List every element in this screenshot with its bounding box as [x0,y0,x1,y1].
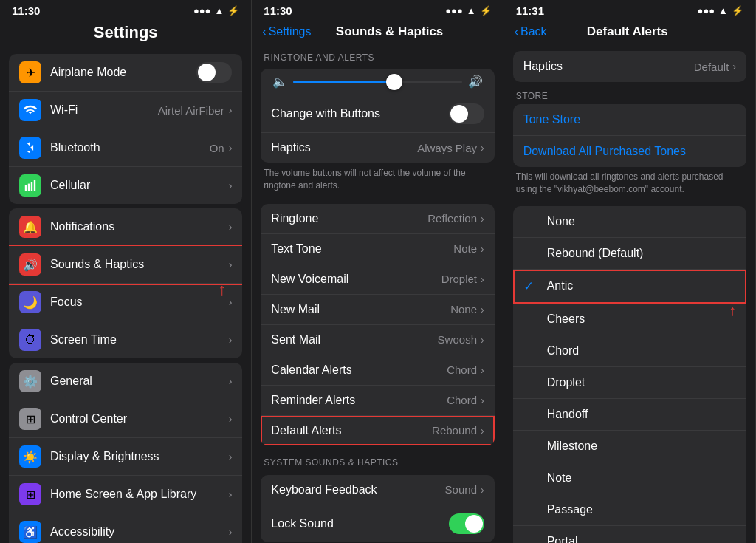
haptics-row-sounds[interactable]: Haptics Always Play › [261,132,494,163]
sounds-chevron: › [229,259,233,270]
status-bar-3: 11:31 ●●● ▲ ⚡ [504,0,755,20]
tone-antic[interactable]: ✓ Antic ↑ [513,270,746,304]
battery-icon-3: ⚡ [732,5,743,16]
display-item[interactable]: ☀️ Display & Brightness › [9,438,242,476]
volume-low-icon: 🔈 [272,75,287,89]
tone-rebound[interactable]: Rebound (Default) [513,238,746,270]
screentime-item[interactable]: ⏱ Screen Time › [9,321,242,358]
change-with-buttons-toggle[interactable] [449,103,484,124]
airplane-toggle[interactable] [196,62,232,83]
wifi-value: Airtel AirFiber [158,104,224,117]
default-alerts-panel: 11:31 ●●● ▲ ⚡ ‹ Back Default Alerts Hapt… [504,0,756,543]
notifications-group: 🔔 Notifications › 🔊 Sounds & Haptics › ↑… [9,208,242,358]
accessibility-chevron: › [229,526,233,538]
status-bar-2: 11:30 ●●● ▲ ⚡ [252,0,503,20]
svg-rect-2 [31,182,32,191]
back-label: Settings [269,25,312,38]
change-with-buttons-row[interactable]: Change with Buttons [261,95,494,132]
controlcenter-item[interactable]: ⊞ Control Center › [9,400,242,438]
store-hint: This will download all ringtones and ale… [504,167,755,202]
general-icon: ⚙️ [19,370,41,392]
alerts-back-button[interactable]: ‹ Back [515,25,547,38]
tone-note[interactable]: Note [513,462,746,494]
tone-cheers[interactable]: Cheers [513,304,746,335]
status-icons-3: ●●● ▲ ⚡ [698,5,743,16]
milestone-label: Milestone [547,440,736,453]
newmail-chevron: › [481,304,484,315]
tone-store-label: Tone Store [523,113,580,126]
general-item[interactable]: ⚙️ General › [9,363,242,400]
locksound-row[interactable]: Lock Sound [261,505,494,542]
droplet-label: Droplet [547,376,736,389]
wifi-item[interactable]: Wi-Fi Airtel AirFiber › [9,92,242,129]
screentime-label: Screen Time [50,333,229,346]
newvoicemail-value: Droplet [441,273,477,285]
keyboardfeedback-row[interactable]: Keyboard Feedback Sound › [261,475,494,505]
general-chevron: › [229,375,233,387]
wifi-icon-2: ▲ [467,5,476,16]
network-group: ✈ Airplane Mode Wi-Fi Airtel AirFiber › … [9,54,242,204]
wifi-chevron: › [229,104,233,116]
download-purchased-item[interactable]: Download All Purchased Tones [513,136,746,167]
homescreen-item[interactable]: ⊞ Home Screen & App Library › [9,476,242,513]
airplane-mode-item[interactable]: ✈ Airplane Mode [9,54,242,92]
settings-list: ✈ Airplane Mode Wi-Fi Airtel AirFiber › … [0,49,251,543]
ringtone-label: Ringtone [271,212,427,225]
general-label: General [50,375,229,388]
svg-rect-0 [25,185,27,191]
tone-passage[interactable]: Passage [513,494,746,526]
volume-section: 🔈 🔊 Change with Buttons Haptics Always P… [261,69,494,163]
defaultalerts-value: Rebound [432,424,477,437]
volume-slider[interactable] [293,81,461,83]
tone-none[interactable]: None [513,206,746,238]
calendaralerts-row[interactable]: Calendar Alerts Chord › [261,355,494,386]
sentmail-row[interactable]: Sent Mail Swoosh › [261,325,494,355]
bluetooth-label: Bluetooth [50,141,210,154]
texttone-row[interactable]: Text Tone Note › [261,234,494,264]
haptics-row-alerts[interactable]: Haptics Default › [513,51,746,82]
tone-droplet[interactable]: Droplet [513,367,746,399]
ringtone-row[interactable]: Ringtone Reflection › [261,204,494,234]
svg-rect-3 [34,180,35,191]
controlcenter-icon: ⊞ [19,408,41,430]
time-1: 11:30 [12,4,40,17]
wifi-icon-1: ▲ [214,5,224,16]
general-group: ⚙️ General › ⊞ Control Center › ☀️ Displ… [9,363,242,543]
focus-item[interactable]: 🌙 Focus › [9,284,242,321]
focus-label: Focus [50,296,229,309]
bluetooth-item[interactable]: Bluetooth On › [9,129,242,167]
accessibility-item[interactable]: ♿ Accessibility › [9,513,242,543]
locksound-knob [465,515,483,533]
newvoicemail-row[interactable]: New Voicemail Droplet › [261,264,494,295]
sounds-back-button[interactable]: ‹ Settings [262,25,311,38]
tone-portal[interactable]: Portal [513,526,746,543]
bluetooth-value: On [210,142,224,154]
cellular-item[interactable]: Cellular › [9,167,242,204]
tone-chord[interactable]: Chord [513,335,746,367]
newmail-row[interactable]: New Mail None › [261,295,494,325]
tone-store-item[interactable]: Tone Store [513,104,746,136]
tones-list: None Rebound (Default) ✓ Antic ↑ Cheers … [513,206,746,543]
tone-milestone[interactable]: Milestone [513,431,746,462]
system-sounds-label: SYSTEM SOUNDS & HAPTICS [252,450,503,471]
reminderalerts-row[interactable]: Reminder Alerts Chord › [261,386,494,416]
antic-label: Antic [547,279,736,293]
keyboardfeedback-label: Keyboard Feedback [271,483,444,496]
change-buttons-knob [450,105,468,123]
homescreen-icon: ⊞ [19,483,41,505]
sounds-haptics-item[interactable]: 🔊 Sounds & Haptics › ↑ [9,246,242,284]
homescreen-chevron: › [229,488,233,500]
locksound-toggle[interactable] [449,513,484,534]
notifications-item[interactable]: 🔔 Notifications › [9,208,242,246]
display-chevron: › [229,451,233,462]
status-icons-1: ●●● ▲ ⚡ [193,5,239,16]
note-label: Note [547,471,736,485]
volume-track [293,81,394,83]
alerts-content: Haptics Default › STORE Tone Store Downl… [504,45,755,543]
handoff-label: Handoff [547,408,736,421]
tone-handoff[interactable]: Handoff [513,399,746,431]
controlcenter-chevron: › [229,413,233,425]
defaultalerts-row[interactable]: Default Alerts Rebound › ↓ [261,416,494,445]
texttone-label: Text Tone [271,242,453,256]
signal-icon-1: ●●● [193,5,211,16]
